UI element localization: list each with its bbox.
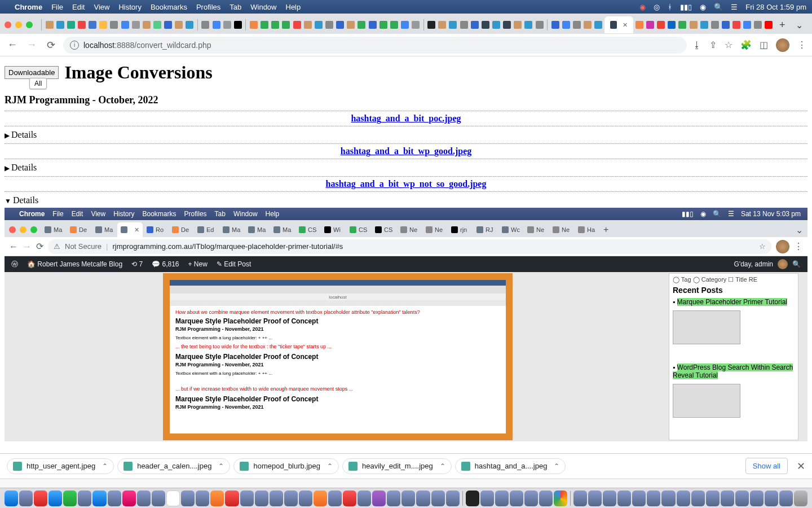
browser-tab[interactable] xyxy=(201,18,210,32)
dock-app-filezilla[interactable] xyxy=(343,491,356,506)
dock-app[interactable] xyxy=(779,491,793,506)
dock-app-chrome[interactable] xyxy=(554,491,567,506)
minimize-window-button[interactable] xyxy=(15,21,22,28)
dock-app[interactable] xyxy=(495,491,509,506)
downloadable-button[interactable]: Downloadable xyxy=(5,66,59,79)
dock-app[interactable] xyxy=(661,491,675,506)
dock-app[interactable] xyxy=(691,491,705,506)
site-info-icon[interactable]: i xyxy=(70,41,79,50)
show-all-button[interactable]: Show all xyxy=(745,458,788,474)
browser-tab[interactable] xyxy=(109,18,119,32)
sidepanel-icon[interactable]: ◫ xyxy=(760,40,768,50)
chevron-up-icon[interactable]: ⌃ xyxy=(440,462,445,470)
browser-tab[interactable] xyxy=(448,18,458,32)
dock-app[interactable] xyxy=(401,491,415,506)
bookmark-star-icon[interactable]: ☆ xyxy=(725,40,732,50)
browser-tab[interactable] xyxy=(480,18,490,32)
browser-tab[interactable] xyxy=(185,18,195,32)
dock-app[interactable] xyxy=(63,491,77,506)
browser-tab[interactable] xyxy=(572,18,581,32)
browser-tab[interactable] xyxy=(689,18,698,32)
dock-app[interactable] xyxy=(677,491,690,506)
dock-app[interactable] xyxy=(137,491,151,506)
browser-tab[interactable] xyxy=(743,18,752,32)
browser-tab[interactable] xyxy=(459,18,469,32)
menu-window[interactable]: Window xyxy=(250,3,276,11)
browser-tab[interactable] xyxy=(260,18,270,32)
horizontal-scrollbar[interactable] xyxy=(0,479,812,488)
browser-tab[interactable] xyxy=(45,18,54,32)
dock-app[interactable] xyxy=(387,491,400,506)
new-tab-button[interactable]: + xyxy=(775,19,790,31)
extensions-icon[interactable]: 🧩 xyxy=(740,40,752,50)
file-link[interactable]: hashtag_and_a_bit_wp_not_so_good.jpeg xyxy=(5,179,807,189)
browser-tab[interactable] xyxy=(142,18,151,32)
browser-tab[interactable] xyxy=(550,18,560,32)
download-item[interactable]: header_a_calen....jpeg⌃ xyxy=(117,458,230,474)
dock-app[interactable] xyxy=(34,491,47,506)
tab-overflow-button[interactable]: ⌄ xyxy=(791,20,807,30)
dock-app-music[interactable] xyxy=(225,491,239,506)
dock-app[interactable] xyxy=(358,491,371,506)
browser-tab[interactable] xyxy=(594,18,603,32)
menu-file[interactable]: File xyxy=(51,3,63,11)
browser-tab[interactable] xyxy=(470,18,479,32)
browser-tab[interactable] xyxy=(411,18,421,32)
chevron-up-icon[interactable]: ⌃ xyxy=(218,462,224,470)
dock-app-calendar[interactable] xyxy=(166,491,180,506)
browser-tab-active[interactable]: ✕ xyxy=(604,16,633,33)
browser-tab[interactable] xyxy=(764,18,774,32)
download-item[interactable]: heavily_edit_m....jpeg⌃ xyxy=(342,458,452,474)
browser-tab[interactable] xyxy=(271,18,280,32)
menuextra-battery-icon[interactable]: ▮▮▯ xyxy=(680,3,692,11)
dock-trash-icon[interactable] xyxy=(794,491,807,506)
browser-tab[interactable] xyxy=(634,18,644,32)
dock-app[interactable] xyxy=(588,491,602,506)
menuextra-controlcenter-icon[interactable]: ☰ xyxy=(731,3,738,11)
browser-tab[interactable] xyxy=(281,18,291,32)
dock-app[interactable] xyxy=(603,491,616,506)
dock-app[interactable] xyxy=(299,491,312,506)
browser-tab[interactable] xyxy=(656,18,666,32)
menu-view[interactable]: View xyxy=(94,3,109,11)
address-bar[interactable]: i localhost:8888/convert_wildcard.php xyxy=(63,37,687,54)
dock-app[interactable] xyxy=(750,491,764,506)
back-button[interactable]: ← xyxy=(6,39,19,51)
dock-app[interactable] xyxy=(431,491,445,506)
download-item[interactable]: homepod_blurb.jpeg⌃ xyxy=(233,458,339,474)
browser-tab[interactable] xyxy=(77,18,86,32)
close-window-button[interactable] xyxy=(5,21,11,28)
dock-app-mail[interactable] xyxy=(92,491,106,506)
dock-app[interactable] xyxy=(122,491,136,506)
dock-app[interactable] xyxy=(617,491,631,506)
browser-tab[interactable] xyxy=(357,18,367,32)
app-menu[interactable]: Chrome xyxy=(15,3,42,11)
browser-tab[interactable] xyxy=(721,18,730,32)
menu-help[interactable]: Help xyxy=(286,3,301,11)
chevron-up-icon[interactable]: ⌃ xyxy=(327,462,333,470)
dock-app[interactable] xyxy=(446,491,460,506)
menuextra-search-icon[interactable]: 🔍 xyxy=(714,3,723,11)
menu-history[interactable]: History xyxy=(118,3,141,11)
browser-tab[interactable] xyxy=(524,18,533,32)
menuextra-wifi-icon[interactable]: ◉ xyxy=(700,3,706,11)
share-icon[interactable]: ⇪ xyxy=(709,40,717,50)
browser-tab[interactable] xyxy=(427,18,436,32)
browser-tab[interactable] xyxy=(535,18,544,32)
forward-button[interactable]: → xyxy=(25,39,38,51)
browser-tab[interactable] xyxy=(222,18,232,32)
downloads-icon[interactable]: ⭳ xyxy=(692,40,701,50)
menu-bookmarks[interactable]: Bookmarks xyxy=(151,3,187,11)
browser-tab[interactable] xyxy=(164,18,173,32)
browser-tab[interactable] xyxy=(88,18,98,32)
browser-tab[interactable] xyxy=(583,18,593,32)
details-toggle-open[interactable]: Details xyxy=(5,194,807,207)
dock-app[interactable] xyxy=(480,491,494,506)
browser-tab[interactable] xyxy=(249,18,258,32)
browser-tab[interactable] xyxy=(438,18,447,32)
browser-tab[interactable] xyxy=(99,18,108,32)
browser-tab[interactable] xyxy=(645,18,655,32)
browser-tab[interactable] xyxy=(368,18,377,32)
dock-app[interactable] xyxy=(210,491,224,506)
download-item[interactable]: hashtag_and_a....jpeg⌃ xyxy=(455,458,566,474)
